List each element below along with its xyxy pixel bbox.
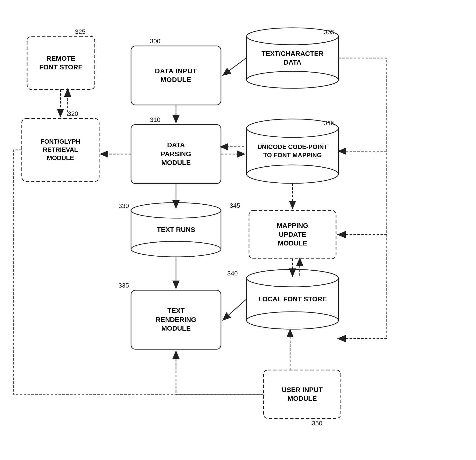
ref-345: 345	[230, 202, 240, 209]
ref-300: 300	[150, 37, 160, 45]
svg-line-26	[223, 58, 246, 75]
unicode-mapping-label: UNICODE CODE-POINTTO FONT MAPPING	[246, 128, 339, 174]
font-glyph-retrieval-label: FONT/GLYPHRETRIEVALMODULE	[22, 119, 99, 181]
svg-line-27	[223, 299, 246, 320]
ref-335: 335	[119, 282, 129, 289]
data-input-module-box: DATA INPUTMODULE	[131, 46, 221, 105]
ref-340: 340	[227, 270, 238, 277]
mapping-update-module-label: MAPPINGUPDATEMODULE	[249, 210, 336, 259]
text-character-data-label: TEXT/CHARACTERDATA	[246, 36, 339, 80]
ref-310: 310	[150, 116, 160, 124]
diagram-container: DATA INPUTMODULE 300 TEXT/CHARACTERDATA …	[0, 0, 476, 460]
ref-350: 350	[312, 420, 322, 427]
ref-305: 305	[324, 28, 334, 36]
local-font-store-label: LOCAL FONT STORE	[246, 278, 339, 321]
ref-320: 320	[68, 110, 78, 118]
data-parsing-module-label: DATAPARSINGMODULE	[131, 125, 221, 183]
ref-315: 315	[324, 120, 334, 127]
remote-font-store-label: REMOTEFONT STORE	[27, 36, 95, 89]
text-rendering-module-label: TEXTRENDERINGMODULE	[131, 290, 221, 349]
text-runs-label: TEXT RUNS	[131, 210, 221, 249]
user-input-module-label: USER INPUTMODULE	[264, 370, 341, 418]
ref-330: 330	[119, 202, 129, 210]
data-input-module-label: DATA INPUTMODULE	[150, 64, 202, 87]
ref-325: 325	[75, 28, 85, 35]
